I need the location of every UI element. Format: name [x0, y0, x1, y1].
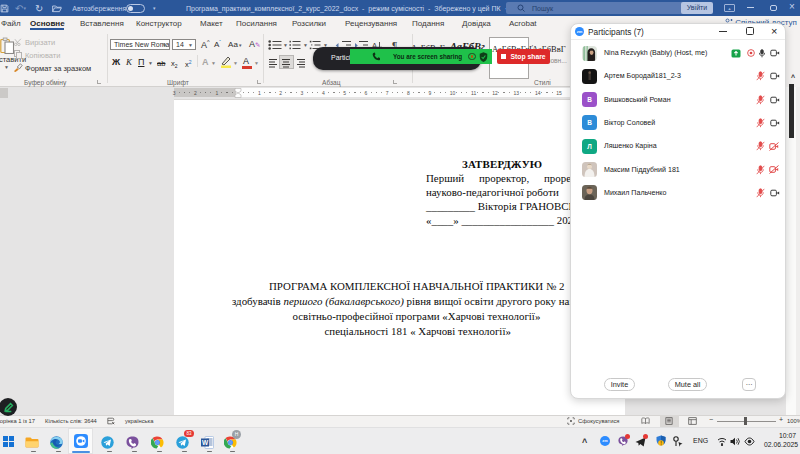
svg-text:W: W — [202, 439, 209, 446]
